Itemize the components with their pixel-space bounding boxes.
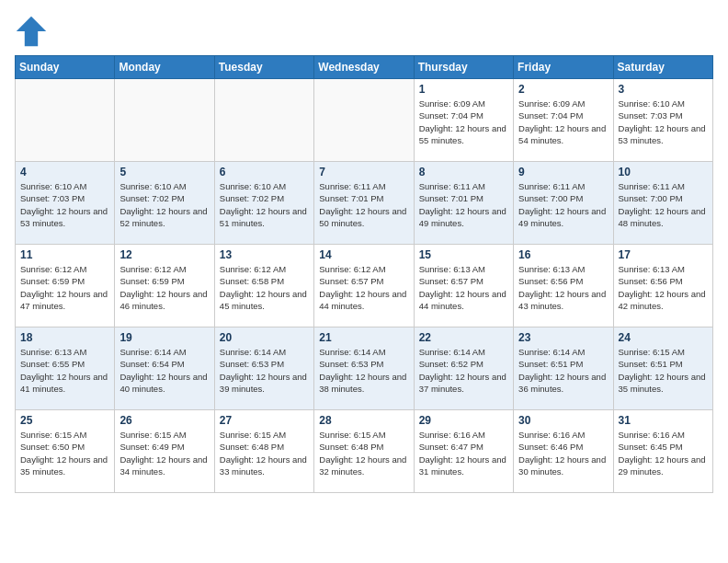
column-header-thursday: Thursday <box>414 56 513 79</box>
calendar-cell: 24Sunrise: 6:15 AM Sunset: 6:51 PM Dayli… <box>613 327 712 410</box>
calendar-cell: 8Sunrise: 6:11 AM Sunset: 7:01 PM Daylig… <box>414 162 513 245</box>
calendar-week-row: 4Sunrise: 6:10 AM Sunset: 7:03 PM Daylig… <box>16 162 713 245</box>
column-header-wednesday: Wednesday <box>314 56 414 79</box>
column-header-monday: Monday <box>115 56 214 79</box>
calendar-cell: 1Sunrise: 6:09 AM Sunset: 7:04 PM Daylig… <box>414 79 513 162</box>
calendar-cell: 10Sunrise: 6:11 AM Sunset: 7:00 PM Dayli… <box>613 162 712 245</box>
day-info: Sunrise: 6:12 AM Sunset: 6:59 PM Dayligh… <box>20 263 109 312</box>
day-number: 17 <box>619 248 708 261</box>
calendar-cell: 19Sunrise: 6:14 AM Sunset: 6:54 PM Dayli… <box>115 327 214 410</box>
day-number: 21 <box>319 331 408 344</box>
day-number: 10 <box>619 166 708 178</box>
day-number: 1 <box>419 83 508 96</box>
svg-marker-0 <box>17 17 46 46</box>
day-info: Sunrise: 6:16 AM Sunset: 6:46 PM Dayligh… <box>518 429 608 477</box>
day-number: 9 <box>518 166 608 178</box>
calendar-cell: 27Sunrise: 6:15 AM Sunset: 6:48 PM Dayli… <box>214 410 313 493</box>
day-info: Sunrise: 6:12 AM Sunset: 6:59 PM Dayligh… <box>119 263 209 312</box>
day-number: 28 <box>319 414 408 427</box>
day-number: 15 <box>419 248 508 261</box>
day-number: 8 <box>419 166 508 178</box>
day-number: 2 <box>518 83 608 96</box>
day-info: Sunrise: 6:15 AM Sunset: 6:49 PM Dayligh… <box>119 429 209 477</box>
calendar-cell <box>115 79 214 162</box>
day-number: 31 <box>619 414 708 427</box>
calendar-cell: 21Sunrise: 6:14 AM Sunset: 6:53 PM Dayli… <box>314 327 414 410</box>
day-number: 29 <box>419 414 508 427</box>
day-info: Sunrise: 6:11 AM Sunset: 7:01 PM Dayligh… <box>419 180 508 229</box>
day-info: Sunrise: 6:14 AM Sunset: 6:53 PM Dayligh… <box>220 346 309 395</box>
day-number: 20 <box>220 331 309 344</box>
day-number: 5 <box>119 166 209 178</box>
page-header <box>15 15 713 48</box>
day-info: Sunrise: 6:15 AM Sunset: 6:50 PM Dayligh… <box>20 429 109 477</box>
calendar-cell: 17Sunrise: 6:13 AM Sunset: 6:56 PM Dayli… <box>613 245 712 327</box>
day-info: Sunrise: 6:15 AM Sunset: 6:51 PM Dayligh… <box>619 346 708 395</box>
calendar-week-row: 18Sunrise: 6:13 AM Sunset: 6:55 PM Dayli… <box>16 327 713 410</box>
column-header-tuesday: Tuesday <box>214 56 313 79</box>
day-info: Sunrise: 6:13 AM Sunset: 6:57 PM Dayligh… <box>419 263 508 312</box>
day-info: Sunrise: 6:15 AM Sunset: 6:48 PM Dayligh… <box>220 429 309 477</box>
calendar-cell: 18Sunrise: 6:13 AM Sunset: 6:55 PM Dayli… <box>16 327 115 410</box>
day-number: 12 <box>119 248 209 261</box>
day-info: Sunrise: 6:13 AM Sunset: 6:56 PM Dayligh… <box>518 263 608 312</box>
calendar-cell: 6Sunrise: 6:10 AM Sunset: 7:02 PM Daylig… <box>214 162 313 245</box>
day-info: Sunrise: 6:12 AM Sunset: 6:58 PM Dayligh… <box>220 263 309 312</box>
calendar-cell: 9Sunrise: 6:11 AM Sunset: 7:00 PM Daylig… <box>514 162 613 245</box>
day-number: 6 <box>220 166 309 178</box>
day-number: 18 <box>20 331 109 344</box>
day-number: 25 <box>20 414 109 427</box>
calendar-cell: 11Sunrise: 6:12 AM Sunset: 6:59 PM Dayli… <box>16 245 115 327</box>
calendar-week-row: 11Sunrise: 6:12 AM Sunset: 6:59 PM Dayli… <box>16 245 713 327</box>
calendar-cell <box>16 79 115 162</box>
calendar-table: SundayMondayTuesdayWednesdayThursdayFrid… <box>15 55 713 493</box>
day-info: Sunrise: 6:11 AM Sunset: 7:01 PM Dayligh… <box>319 180 408 229</box>
day-info: Sunrise: 6:11 AM Sunset: 7:00 PM Dayligh… <box>518 180 608 229</box>
calendar-cell: 3Sunrise: 6:10 AM Sunset: 7:03 PM Daylig… <box>613 79 712 162</box>
day-info: Sunrise: 6:10 AM Sunset: 7:02 PM Dayligh… <box>119 180 209 229</box>
calendar-cell: 15Sunrise: 6:13 AM Sunset: 6:57 PM Dayli… <box>414 245 513 327</box>
calendar-cell <box>314 79 414 162</box>
calendar-cell: 26Sunrise: 6:15 AM Sunset: 6:49 PM Dayli… <box>115 410 214 493</box>
calendar-cell: 23Sunrise: 6:14 AM Sunset: 6:51 PM Dayli… <box>514 327 613 410</box>
day-number: 13 <box>220 248 309 261</box>
logo-icon <box>15 15 48 48</box>
day-info: Sunrise: 6:14 AM Sunset: 6:54 PM Dayligh… <box>119 346 209 395</box>
day-info: Sunrise: 6:16 AM Sunset: 6:47 PM Dayligh… <box>419 429 508 477</box>
day-number: 19 <box>119 331 209 344</box>
calendar-cell: 25Sunrise: 6:15 AM Sunset: 6:50 PM Dayli… <box>16 410 115 493</box>
day-number: 23 <box>518 331 608 344</box>
column-header-saturday: Saturday <box>613 56 712 79</box>
calendar-week-row: 25Sunrise: 6:15 AM Sunset: 6:50 PM Dayli… <box>16 410 713 493</box>
day-info: Sunrise: 6:10 AM Sunset: 7:03 PM Dayligh… <box>619 98 708 146</box>
day-info: Sunrise: 6:10 AM Sunset: 7:02 PM Dayligh… <box>220 180 309 229</box>
day-number: 24 <box>619 331 708 344</box>
day-number: 14 <box>319 248 408 261</box>
logo <box>15 15 53 48</box>
calendar-cell: 22Sunrise: 6:14 AM Sunset: 6:52 PM Dayli… <box>414 327 513 410</box>
day-info: Sunrise: 6:13 AM Sunset: 6:56 PM Dayligh… <box>619 263 708 312</box>
calendar-cell: 14Sunrise: 6:12 AM Sunset: 6:57 PM Dayli… <box>314 245 414 327</box>
calendar-cell: 7Sunrise: 6:11 AM Sunset: 7:01 PM Daylig… <box>314 162 414 245</box>
day-info: Sunrise: 6:13 AM Sunset: 6:55 PM Dayligh… <box>20 346 109 395</box>
column-header-friday: Friday <box>514 56 613 79</box>
day-info: Sunrise: 6:14 AM Sunset: 6:51 PM Dayligh… <box>518 346 608 395</box>
calendar-cell: 16Sunrise: 6:13 AM Sunset: 6:56 PM Dayli… <box>514 245 613 327</box>
day-info: Sunrise: 6:14 AM Sunset: 6:52 PM Dayligh… <box>419 346 508 395</box>
day-number: 26 <box>119 414 209 427</box>
calendar-cell: 2Sunrise: 6:09 AM Sunset: 7:04 PM Daylig… <box>514 79 613 162</box>
calendar-cell: 30Sunrise: 6:16 AM Sunset: 6:46 PM Dayli… <box>514 410 613 493</box>
calendar-cell: 20Sunrise: 6:14 AM Sunset: 6:53 PM Dayli… <box>214 327 313 410</box>
column-header-sunday: Sunday <box>16 56 115 79</box>
calendar-week-row: 1Sunrise: 6:09 AM Sunset: 7:04 PM Daylig… <box>16 79 713 162</box>
day-number: 3 <box>619 83 708 96</box>
calendar-cell: 28Sunrise: 6:15 AM Sunset: 6:48 PM Dayli… <box>314 410 414 493</box>
day-info: Sunrise: 6:10 AM Sunset: 7:03 PM Dayligh… <box>20 180 109 229</box>
calendar-cell: 5Sunrise: 6:10 AM Sunset: 7:02 PM Daylig… <box>115 162 214 245</box>
day-number: 30 <box>518 414 608 427</box>
day-info: Sunrise: 6:12 AM Sunset: 6:57 PM Dayligh… <box>319 263 408 312</box>
calendar-cell: 29Sunrise: 6:16 AM Sunset: 6:47 PM Dayli… <box>414 410 513 493</box>
day-info: Sunrise: 6:14 AM Sunset: 6:53 PM Dayligh… <box>319 346 408 395</box>
day-info: Sunrise: 6:09 AM Sunset: 7:04 PM Dayligh… <box>518 98 608 146</box>
day-info: Sunrise: 6:09 AM Sunset: 7:04 PM Dayligh… <box>419 98 508 146</box>
